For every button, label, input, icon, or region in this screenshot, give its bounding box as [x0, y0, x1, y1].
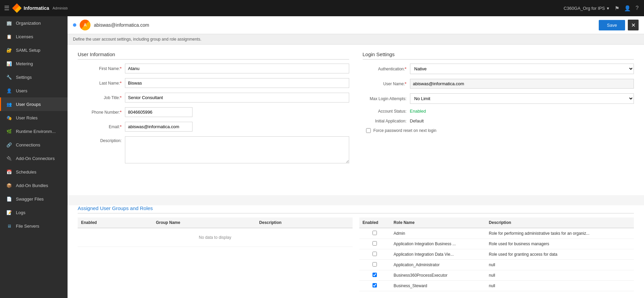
initial-app-label: Initial Application:: [363, 119, 407, 123]
roles-col-name: Role Name: [390, 217, 486, 228]
sidebar-item-user-roles[interactable]: 🎭 User Roles: [0, 111, 68, 124]
addbundles-icon: 📦: [6, 182, 12, 189]
org-icon: 🏢: [6, 20, 12, 26]
first-name-input[interactable]: [125, 64, 349, 73]
username-label: User Name:*: [363, 82, 407, 86]
form-area: User Information First Name:* Last Name:…: [68, 45, 644, 195]
groups-table: Enabled Group Name Description No data t…: [78, 217, 353, 247]
sidebar-item-label: File Servers: [16, 224, 39, 229]
role-name-cell: Application Integration Data Vie...: [390, 249, 486, 260]
sidebar-item-user-groups[interactable]: 👥 User Groups: [0, 97, 68, 111]
sidebar-item-label: Licenses: [16, 34, 33, 39]
org-selector[interactable]: C360GA_Org for IPS ▾: [564, 6, 609, 11]
sidebar-item-add-on-bundles[interactable]: 📦 Add-On Bundles: [0, 179, 68, 192]
roles-table-container: Enabled Role Name Description Admin Role…: [359, 217, 634, 291]
sidebar-item-label: Add-On Bundles: [16, 183, 48, 188]
sidebar-item-add-on-connectors[interactable]: 🔌 Add-On Connectors: [0, 152, 68, 165]
username-input[interactable]: [410, 79, 634, 89]
sidebar-item-saml-setup[interactable]: 🔐 SAML Setup: [0, 43, 68, 57]
role-enabled-checkbox[interactable]: [372, 252, 377, 256]
initial-app-value: Default: [410, 118, 424, 123]
status-dot: [73, 23, 76, 27]
sidebar-item-logs[interactable]: 📝 Logs: [0, 206, 68, 219]
role-enabled-checkbox[interactable]: [372, 231, 377, 235]
logs-icon: 📝: [6, 209, 12, 216]
user-info-section: User Information First Name:* Last Name:…: [78, 51, 349, 168]
sidebar-item-swagger-files[interactable]: 📄 Swagger Files: [0, 192, 68, 206]
force-reset-label[interactable]: Force password reset on next login: [373, 128, 437, 133]
account-status-value: Enabled: [410, 109, 426, 114]
role-enabled-checkbox[interactable]: [372, 241, 377, 246]
phone-row: Phone Number:*: [78, 107, 349, 117]
sidebar-item-licenses[interactable]: 📋 Licenses: [0, 30, 68, 43]
meter-icon: 📊: [6, 60, 12, 67]
form-columns: User Information First Name:* Last Name:…: [78, 51, 634, 168]
role-enabled-cell: [359, 239, 390, 249]
hamburger-icon[interactable]: ☰: [4, 4, 9, 12]
sidebar-item-settings[interactable]: 🔧 Settings: [0, 70, 68, 84]
sidebar-item-label: Settings: [16, 75, 32, 80]
logo-text: Informatica: [24, 5, 49, 11]
user-icon[interactable]: 👤: [624, 5, 631, 12]
description-row: Description:: [78, 136, 349, 163]
role-name-cell: Application_Administrator: [390, 260, 486, 270]
job-title-label: Job Title:*: [78, 95, 122, 100]
role-enabled-checkbox[interactable]: [372, 262, 377, 267]
sidebar-item-runtime-env[interactable]: 🌿 Runtime Environm...: [0, 124, 68, 138]
job-title-input[interactable]: [125, 93, 349, 102]
usergroups-icon: 👥: [6, 101, 12, 108]
auth-select[interactable]: Native SSO SAML: [410, 64, 634, 74]
sidebar-item-connections[interactable]: 🔗 Connections: [0, 138, 68, 152]
content-area: User Information First Name:* Last Name:…: [68, 45, 644, 298]
sidebar: ☰ Informatica Administrator ▾ 🏢 Organiza…: [0, 0, 68, 298]
flag-icon[interactable]: ⚑: [615, 5, 619, 12]
main-content: C360GA_Org for IPS ▾ ⚑ 👤 ? A abiswas@inf…: [68, 0, 644, 298]
sidebar-item-label: User Groups: [16, 102, 41, 107]
sidebar-item-file-servers[interactable]: 🖥 File Servers: [0, 219, 68, 233]
close-button[interactable]: ✕: [628, 20, 639, 30]
user-header-left: A abiswas@informatica.com: [73, 20, 149, 30]
fileservers-icon: 🖥: [6, 223, 12, 229]
sidebar-item-label: Organization: [16, 21, 41, 26]
roles-col-desc: Description: [486, 217, 634, 228]
help-icon[interactable]: ?: [636, 5, 639, 11]
swagger-icon: 📄: [6, 196, 12, 202]
logo-container: Informatica Administrator ▾: [12, 3, 68, 13]
schedules-icon: 📅: [6, 168, 12, 175]
role-enabled-cell: [359, 281, 390, 291]
role-enabled-cell: [359, 228, 390, 239]
groups-col-name: Group Name: [153, 217, 256, 228]
logo-icon: [12, 3, 22, 13]
sidebar-item-label: Metering: [16, 61, 33, 66]
role-enabled-checkbox[interactable]: [372, 273, 377, 277]
table-row: Application Integration Data Vie... Role…: [359, 249, 634, 260]
description-input[interactable]: [125, 136, 349, 163]
role-name-cell: Admin: [390, 228, 486, 239]
login-settings-title: Login Settings: [363, 51, 634, 60]
assigned-section: Assigned User Groups and Roles Enabled G…: [68, 205, 644, 298]
account-status-row: Account Status: Enabled: [363, 109, 634, 114]
addconn-icon: 🔌: [6, 155, 12, 162]
role-desc-cell: null: [486, 281, 634, 291]
role-name-cell: Business_Steward: [390, 281, 486, 291]
sidebar-item-users[interactable]: 👤 Users: [0, 84, 68, 97]
sidebar-item-label: Swagger Files: [16, 197, 44, 202]
last-name-label: Last Name:*: [78, 81, 122, 86]
last-name-input[interactable]: [125, 78, 349, 88]
sidebar-item-metering[interactable]: 📊 Metering: [0, 57, 68, 70]
phone-input[interactable]: [125, 107, 192, 117]
required-star: *: [120, 66, 122, 71]
userroles-icon: 🎭: [6, 114, 12, 121]
assigned-title: Assigned User Groups and Roles: [78, 205, 634, 213]
max-login-select[interactable]: No Limit 3 5 10: [410, 93, 634, 104]
sidebar-item-schedules[interactable]: 📅 Schedules: [0, 165, 68, 179]
job-title-row: Job Title:*: [78, 93, 349, 102]
role-enabled-checkbox[interactable]: [372, 283, 377, 288]
roles-table: Enabled Role Name Description Admin Role…: [359, 217, 634, 291]
force-reset-checkbox[interactable]: [366, 128, 371, 133]
save-button[interactable]: Save: [599, 20, 625, 30]
email-input[interactable]: [125, 122, 192, 132]
runtime-icon: 🌿: [6, 128, 12, 135]
sidebar-item-organization[interactable]: 🏢 Organization: [0, 16, 68, 30]
avatar: A: [80, 20, 91, 30]
